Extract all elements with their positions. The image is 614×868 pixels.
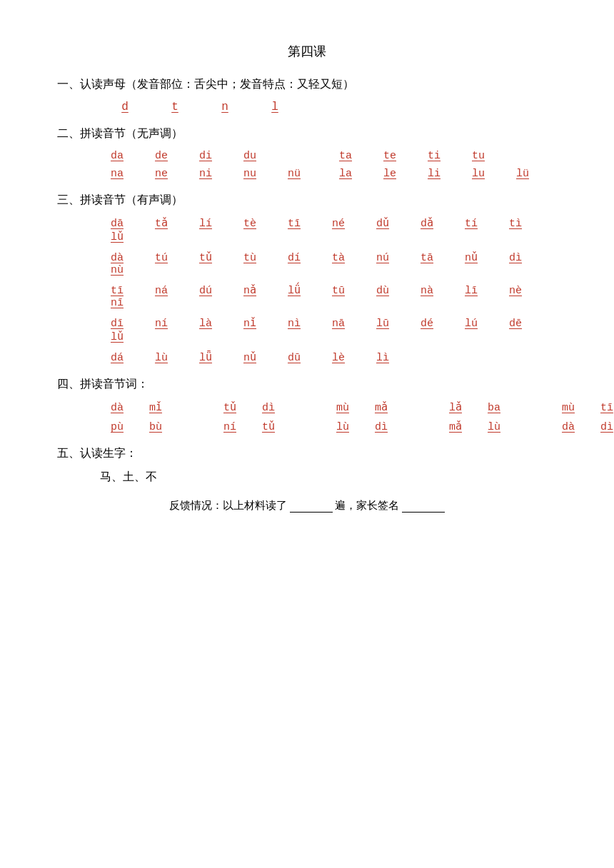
feedback-line: 反馈情况：以上材料读了 遍，家长签名 — [57, 499, 557, 513]
pinyin-di: di — [188, 150, 223, 162]
pinyin-de: de — [144, 150, 178, 162]
pinyin-ta: ta — [328, 150, 363, 162]
py-lu3b: lǔ — [100, 330, 134, 343]
py-di4d: dì — [590, 421, 614, 433]
word-muti: mù tī — [551, 400, 614, 414]
py-ta4: tà — [321, 252, 356, 264]
py-ma3: mǎ — [364, 400, 398, 414]
py-du3: dǔ — [366, 216, 400, 230]
py-lv2: lǘ — [277, 283, 311, 297]
pinyin-tu: tu — [461, 150, 495, 162]
py-te4: tè — [233, 218, 267, 230]
py-lu4: lù — [144, 352, 178, 364]
py-tu3c: tǔ — [251, 420, 286, 433]
py-ti4: tì — [498, 218, 533, 230]
consonant-n: n — [214, 101, 236, 113]
py-da4c: dà — [551, 421, 585, 433]
py-di4: dì — [498, 252, 533, 264]
pinyin-lu: lu — [461, 168, 495, 180]
consonant-t: t — [164, 101, 186, 113]
py-nu2: nú — [366, 252, 400, 264]
word-tudi: tǔ dì — [213, 400, 290, 414]
section2-row2-left: na ne ni nu nü — [100, 168, 328, 180]
feedback-blank2 — [402, 500, 445, 513]
characters-display: 马、土、不 — [100, 470, 557, 485]
py-ni4: nì — [277, 318, 311, 330]
section5-heading: 五、认读生字： — [57, 446, 557, 461]
py-na1: nā — [321, 318, 356, 330]
py-da3: dǎ — [410, 216, 444, 230]
py-lu3: lǔ — [100, 230, 134, 243]
py-ta1: tā — [410, 252, 444, 264]
py-nu3b: nǔ — [233, 350, 267, 364]
word-ludi: lù dì — [326, 420, 403, 433]
py-ni1: nī — [100, 297, 134, 309]
py-ba: ba — [477, 402, 511, 414]
section2-row1: da de di du ta te ti tu — [100, 150, 557, 162]
py-di4b: dì — [251, 402, 286, 414]
word-dadi: dà dì — [551, 420, 614, 433]
pinyin-la: la — [328, 168, 363, 180]
pinyin-na: na — [100, 168, 134, 180]
py-lu1: lū — [366, 318, 400, 330]
py-mu4b: mù — [551, 402, 585, 414]
py-li1: lī — [454, 285, 488, 297]
section2-heading: 二、拼读音节（无声调） — [57, 126, 557, 141]
pinyin-da: da — [100, 150, 134, 162]
py-lu4b: lù — [326, 421, 360, 433]
py-ti1b: tī — [100, 285, 134, 297]
py-ti2: tí — [454, 218, 488, 230]
section3-row5: dá lù lǖ nǔ dū lè lì — [100, 350, 557, 364]
pinyin-nv: nü — [277, 168, 311, 180]
py-da4b: dà — [100, 402, 134, 414]
py-tu2: tú — [144, 252, 178, 264]
section3-row3: tī ná dú nǎ lǘ tū dù nà lī nè nī — [100, 283, 557, 309]
py-ni3: nǐ — [233, 316, 267, 330]
py-la3: lǎ — [438, 400, 473, 414]
py-na3: nǎ — [233, 283, 267, 297]
py-di2: dí — [277, 252, 311, 264]
py-ti1c: tī — [590, 402, 614, 414]
py-na4: nà — [410, 285, 444, 297]
pinyin-ni: ni — [188, 168, 223, 180]
py-di1: dī — [100, 318, 134, 330]
py-du1: dū — [277, 352, 311, 364]
section3-row1: dā tǎ lí tè tī né dǔ dǎ tí tì lǔ — [100, 216, 557, 243]
word-muma: mù mǎ — [326, 400, 403, 414]
py-mi3: mǐ — [139, 400, 173, 414]
py-di4c: dì — [364, 421, 398, 433]
pinyin-ti: ti — [417, 150, 451, 162]
section4-heading: 四、拼读音节词： — [57, 377, 557, 392]
py-lu4c: lù — [477, 421, 511, 433]
pinyin-nu: nu — [233, 168, 267, 180]
py-lv3: lǖ — [188, 350, 223, 364]
py-de1: dē — [498, 318, 533, 330]
section4-row1: dà mǐ tǔ dì mù mǎ lǎ ba mù tī — [100, 400, 557, 414]
py-ta3: tǎ — [144, 216, 178, 230]
py-pu4: pù — [100, 421, 134, 433]
py-du4: dù — [366, 285, 400, 297]
py-ma3b: mǎ — [438, 420, 473, 433]
section2-row2-right: la le li lu lü — [328, 168, 557, 180]
py-mu4: mù — [326, 402, 360, 414]
py-tu3b: tǔ — [213, 400, 247, 414]
py-da4: dà — [100, 252, 134, 264]
consonants-row: d t n l — [114, 101, 557, 113]
section3-heading: 三、拼读音节（有声调） — [57, 193, 557, 208]
pinyin-te: te — [373, 150, 407, 162]
word-laba: lǎ ba — [438, 400, 515, 414]
py-nu4: nù — [100, 264, 134, 276]
word-nitu: ní tǔ — [213, 420, 290, 433]
py-bu4: bù — [139, 421, 173, 433]
consonant-d: d — [114, 101, 136, 113]
pinyin-du: du — [233, 150, 267, 162]
feedback-middle: 遍，家长签名 — [335, 500, 399, 511]
section2-row1-left: da de di du — [100, 150, 328, 162]
py-le4: lè — [321, 352, 356, 364]
page-title: 第四课 — [57, 43, 557, 60]
word-dami: dà mǐ — [100, 400, 177, 414]
py-na2: ná — [144, 285, 178, 297]
word-pubu: pù bù — [100, 420, 177, 433]
py-tu3: tǔ — [188, 251, 223, 264]
section1-heading: 一、认读声母（发音部位：舌尖中；发音特点：又轻又短） — [57, 77, 557, 92]
